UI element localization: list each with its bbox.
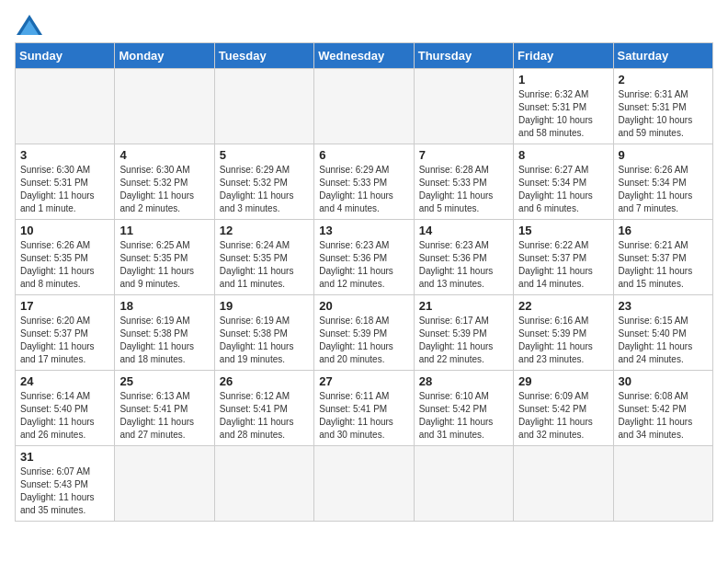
day-cell: 11Sunrise: 6:25 AM Sunset: 5:35 PM Dayli… — [115, 220, 214, 295]
day-cell: 27Sunrise: 6:11 AM Sunset: 5:41 PM Dayli… — [314, 371, 414, 446]
week-row-0: 1Sunrise: 6:32 AM Sunset: 5:31 PM Daylig… — [16, 69, 713, 144]
day-detail: Sunrise: 6:26 AM Sunset: 5:35 PM Dayligh… — [20, 239, 109, 291]
day-number: 6 — [319, 148, 408, 162]
day-detail: Sunrise: 6:09 AM Sunset: 5:42 PM Dayligh… — [518, 390, 608, 442]
day-detail: Sunrise: 6:26 AM Sunset: 5:34 PM Dayligh… — [619, 164, 708, 215]
day-cell: 14Sunrise: 6:23 AM Sunset: 5:36 PM Dayli… — [414, 220, 513, 295]
day-detail: Sunrise: 6:18 AM Sunset: 5:39 PM Dayligh… — [319, 315, 408, 366]
day-cell: 2Sunrise: 6:31 AM Sunset: 5:31 PM Daylig… — [613, 69, 712, 144]
day-number: 8 — [518, 148, 608, 162]
col-header-thursday: Thursday — [414, 43, 513, 69]
day-cell: 15Sunrise: 6:22 AM Sunset: 5:37 PM Dayli… — [514, 220, 613, 295]
day-detail: Sunrise: 6:30 AM Sunset: 5:31 PM Dayligh… — [20, 164, 109, 215]
day-number: 12 — [220, 224, 309, 237]
day-cell: 26Sunrise: 6:12 AM Sunset: 5:41 PM Dayli… — [214, 371, 313, 446]
day-number: 25 — [119, 374, 209, 388]
week-row-1: 3Sunrise: 6:30 AM Sunset: 5:31 PM Daylig… — [16, 144, 713, 220]
day-detail: Sunrise: 6:23 AM Sunset: 5:36 PM Dayligh… — [319, 239, 408, 291]
day-number: 13 — [319, 224, 408, 237]
day-cell — [314, 69, 414, 144]
day-cell: 28Sunrise: 6:10 AM Sunset: 5:42 PM Dayli… — [414, 371, 513, 446]
day-detail: Sunrise: 6:28 AM Sunset: 5:33 PM Dayligh… — [419, 164, 508, 215]
day-cell: 30Sunrise: 6:08 AM Sunset: 5:42 PM Dayli… — [613, 371, 712, 446]
day-detail: Sunrise: 6:07 AM Sunset: 5:43 PM Dayligh… — [20, 465, 109, 517]
day-cell — [214, 69, 313, 144]
week-row-3: 17Sunrise: 6:20 AM Sunset: 5:37 PM Dayli… — [16, 295, 713, 371]
day-detail: Sunrise: 6:13 AM Sunset: 5:41 PM Dayligh… — [119, 390, 209, 442]
day-number: 24 — [20, 374, 109, 388]
day-detail: Sunrise: 6:27 AM Sunset: 5:34 PM Dayligh… — [518, 164, 608, 215]
day-number: 11 — [119, 224, 209, 237]
day-cell: 13Sunrise: 6:23 AM Sunset: 5:36 PM Dayli… — [314, 220, 414, 295]
day-detail: Sunrise: 6:17 AM Sunset: 5:39 PM Dayligh… — [419, 315, 508, 366]
day-cell: 8Sunrise: 6:27 AM Sunset: 5:34 PM Daylig… — [514, 144, 613, 220]
day-number: 1 — [518, 73, 608, 86]
week-row-2: 10Sunrise: 6:26 AM Sunset: 5:35 PM Dayli… — [16, 220, 713, 295]
day-cell — [514, 446, 613, 522]
day-number: 4 — [119, 148, 209, 162]
day-number: 29 — [518, 374, 608, 388]
day-cell: 1Sunrise: 6:32 AM Sunset: 5:31 PM Daylig… — [514, 69, 613, 144]
day-detail: Sunrise: 6:32 AM Sunset: 5:31 PM Dayligh… — [518, 88, 608, 140]
day-cell: 21Sunrise: 6:17 AM Sunset: 5:39 PM Dayli… — [414, 295, 513, 371]
day-detail: Sunrise: 6:21 AM Sunset: 5:37 PM Dayligh… — [619, 239, 708, 291]
day-cell — [115, 69, 214, 144]
calendar: SundayMondayTuesdayWednesdayThursdayFrid… — [15, 42, 713, 522]
day-cell — [214, 446, 313, 522]
day-detail: Sunrise: 6:24 AM Sunset: 5:35 PM Dayligh… — [220, 239, 309, 291]
day-cell: 24Sunrise: 6:14 AM Sunset: 5:40 PM Dayli… — [16, 371, 115, 446]
day-detail: Sunrise: 6:29 AM Sunset: 5:33 PM Dayligh… — [319, 164, 408, 215]
day-cell: 4Sunrise: 6:30 AM Sunset: 5:32 PM Daylig… — [115, 144, 214, 220]
day-number: 14 — [419, 224, 508, 237]
day-cell: 17Sunrise: 6:20 AM Sunset: 5:37 PM Dayli… — [16, 295, 115, 371]
day-number: 18 — [119, 299, 209, 313]
day-cell — [414, 69, 513, 144]
day-detail: Sunrise: 6:14 AM Sunset: 5:40 PM Dayligh… — [20, 390, 109, 442]
day-detail: Sunrise: 6:23 AM Sunset: 5:36 PM Dayligh… — [419, 239, 508, 291]
day-cell: 3Sunrise: 6:30 AM Sunset: 5:31 PM Daylig… — [16, 144, 115, 220]
day-cell: 5Sunrise: 6:29 AM Sunset: 5:32 PM Daylig… — [214, 144, 313, 220]
day-number: 9 — [619, 148, 708, 162]
header — [15, 15, 713, 35]
day-detail: Sunrise: 6:29 AM Sunset: 5:32 PM Dayligh… — [220, 164, 309, 215]
day-number: 16 — [619, 224, 708, 237]
day-cell: 25Sunrise: 6:13 AM Sunset: 5:41 PM Dayli… — [115, 371, 214, 446]
calendar-header-row: SundayMondayTuesdayWednesdayThursdayFrid… — [16, 43, 713, 69]
col-header-sunday: Sunday — [16, 43, 115, 69]
day-detail: Sunrise: 6:30 AM Sunset: 5:32 PM Dayligh… — [119, 164, 209, 215]
day-detail: Sunrise: 6:08 AM Sunset: 5:42 PM Dayligh… — [619, 390, 708, 442]
day-number: 31 — [20, 450, 109, 464]
day-detail: Sunrise: 6:19 AM Sunset: 5:38 PM Dayligh… — [220, 315, 309, 366]
day-number: 26 — [220, 374, 309, 388]
day-number: 2 — [619, 73, 708, 86]
day-cell: 7Sunrise: 6:28 AM Sunset: 5:33 PM Daylig… — [414, 144, 513, 220]
day-cell: 18Sunrise: 6:19 AM Sunset: 5:38 PM Dayli… — [115, 295, 214, 371]
day-detail: Sunrise: 6:19 AM Sunset: 5:38 PM Dayligh… — [119, 315, 209, 366]
day-cell — [613, 446, 712, 522]
day-number: 10 — [20, 224, 109, 237]
day-detail: Sunrise: 6:12 AM Sunset: 5:41 PM Dayligh… — [220, 390, 309, 442]
week-row-4: 24Sunrise: 6:14 AM Sunset: 5:40 PM Dayli… — [16, 371, 713, 446]
day-number: 17 — [20, 299, 109, 313]
day-cell: 12Sunrise: 6:24 AM Sunset: 5:35 PM Dayli… — [214, 220, 313, 295]
day-cell — [115, 446, 214, 522]
day-detail: Sunrise: 6:16 AM Sunset: 5:39 PM Dayligh… — [518, 315, 608, 366]
day-number: 19 — [220, 299, 309, 313]
week-row-5: 31Sunrise: 6:07 AM Sunset: 5:43 PM Dayli… — [16, 446, 713, 522]
day-detail: Sunrise: 6:31 AM Sunset: 5:31 PM Dayligh… — [619, 88, 708, 140]
logo — [15, 15, 42, 35]
col-header-tuesday: Tuesday — [214, 43, 313, 69]
day-detail: Sunrise: 6:11 AM Sunset: 5:41 PM Dayligh… — [319, 390, 408, 442]
day-detail: Sunrise: 6:25 AM Sunset: 5:35 PM Dayligh… — [119, 239, 209, 291]
day-number: 15 — [518, 224, 608, 237]
day-cell: 31Sunrise: 6:07 AM Sunset: 5:43 PM Dayli… — [16, 446, 115, 522]
day-number: 20 — [319, 299, 408, 313]
day-cell: 20Sunrise: 6:18 AM Sunset: 5:39 PM Dayli… — [314, 295, 414, 371]
day-cell: 9Sunrise: 6:26 AM Sunset: 5:34 PM Daylig… — [613, 144, 712, 220]
day-number: 21 — [419, 299, 508, 313]
day-number: 22 — [518, 299, 608, 313]
logo-icon — [17, 15, 42, 35]
day-cell: 29Sunrise: 6:09 AM Sunset: 5:42 PM Dayli… — [514, 371, 613, 446]
day-number: 27 — [319, 374, 408, 388]
day-number: 30 — [619, 374, 708, 388]
